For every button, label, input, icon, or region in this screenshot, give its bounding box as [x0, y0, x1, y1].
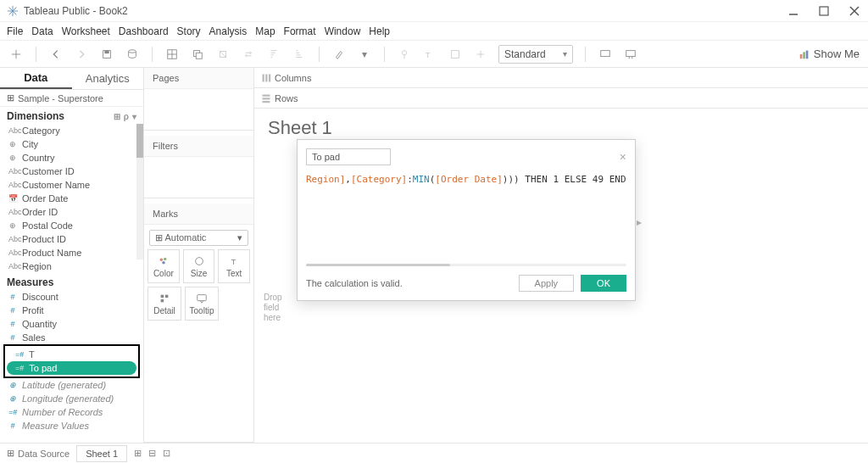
list-item[interactable]: ⊕Country: [0, 151, 143, 165]
separator: [585, 47, 586, 62]
list-item[interactable]: AbcCustomer Name: [0, 178, 143, 192]
menu-worksheet[interactable]: Worksheet: [62, 25, 110, 37]
mark-color[interactable]: Color: [147, 249, 180, 283]
mid-pane: Pages Filters Marks ⊞ Automatic▾ Color S…: [144, 68, 254, 443]
list-item[interactable]: #Measure Values: [0, 419, 143, 432]
presentation-mode-button[interactable]: [623, 47, 638, 62]
calc-formula-editor[interactable]: Region],[Category]:MIN([Order Date]))) T…: [298, 170, 635, 264]
pages-shelf[interactable]: Pages: [144, 68, 253, 131]
menu-help[interactable]: Help: [369, 25, 390, 37]
mark-text[interactable]: TText: [218, 249, 250, 283]
expand-arrow-icon[interactable]: ▸: [637, 216, 642, 228]
group-button[interactable]: ▾: [357, 47, 372, 62]
close-icon[interactable]: ×: [620, 150, 626, 164]
fit-dropdown[interactable]: Standard: [498, 45, 573, 64]
list-item[interactable]: AbcCategory: [0, 124, 143, 137]
list-item[interactable]: ⊕Latitude (generated): [0, 378, 143, 392]
svg-rect-40: [263, 74, 264, 81]
list-item[interactable]: AbcProduct ID: [0, 232, 143, 246]
tab-analytics[interactable]: Analytics: [72, 68, 144, 89]
svg-line-19: [220, 51, 226, 57]
pin-icon[interactable]: [397, 47, 412, 62]
list-item[interactable]: ⊕City: [0, 137, 143, 151]
new-datasource-button[interactable]: [125, 47, 140, 62]
list-item[interactable]: 📅Order Date: [0, 192, 143, 205]
svg-text:T: T: [426, 49, 431, 59]
list-item[interactable]: AbcRegion: [0, 259, 143, 273]
clear-button[interactable]: [215, 47, 231, 62]
ok-button[interactable]: OK: [581, 275, 626, 292]
swap-button[interactable]: [241, 47, 256, 62]
view-icon[interactable]: ⊞: [114, 112, 120, 121]
maximize-button[interactable]: [817, 4, 831, 18]
duplicate-button[interactable]: [190, 47, 205, 62]
calc-name-input[interactable]: [306, 148, 391, 165]
new-dashboard-icon[interactable]: ⊟: [148, 448, 156, 459]
search-icon[interactable]: ρ: [124, 112, 129, 121]
sort-desc-button[interactable]: [292, 47, 307, 62]
list-item[interactable]: ⊕Postal Code: [0, 219, 143, 232]
forward-button[interactable]: [74, 47, 89, 62]
new-story-icon[interactable]: ⊡: [163, 448, 170, 459]
back-button[interactable]: [48, 47, 64, 62]
columns-shelf[interactable]: Columns: [254, 68, 868, 88]
data-source-tab[interactable]: ⊞Data Source: [7, 448, 70, 459]
fit-dropdown-icon[interactable]: [473, 47, 488, 62]
list-item[interactable]: #Profit: [0, 304, 143, 317]
mark-detail[interactable]: Detail: [147, 287, 181, 321]
calculation-dialog[interactable]: × Region],[Category]:MIN([Order Date])))…: [297, 139, 636, 301]
svg-point-31: [159, 258, 163, 261]
workspace: Data Analytics ⊞ Sample - Superstore Dim…: [0, 68, 868, 443]
menu-analysis[interactable]: Analysis: [209, 25, 248, 37]
marks-card: Marks ⊞ Automatic▾ Color Size TText Deta…: [144, 204, 253, 443]
mark-tooltip[interactable]: Tooltip: [185, 287, 219, 321]
list-item[interactable]: =#Number of Records: [0, 405, 143, 419]
svg-rect-17: [196, 53, 202, 59]
tab-data[interactable]: Data: [0, 68, 72, 89]
menu-icon[interactable]: ▾: [132, 112, 136, 121]
sheet-tab[interactable]: Sheet 1: [76, 445, 127, 462]
selected-pill[interactable]: =#To pad: [7, 361, 136, 375]
new-worksheet-button[interactable]: [164, 47, 180, 62]
mark-size[interactable]: Size: [183, 249, 215, 283]
filters-shelf[interactable]: Filters: [144, 136, 253, 198]
mark-type-dropdown[interactable]: ⊞ Automatic▾: [149, 230, 248, 246]
menu-data[interactable]: Data: [31, 25, 53, 37]
new-worksheet-icon[interactable]: ⊞: [134, 448, 142, 459]
apply-button[interactable]: Apply: [519, 275, 575, 292]
close-button[interactable]: [848, 4, 861, 18]
measures-header: Measures: [0, 273, 143, 290]
measures-list: #Discount #Profit #Quantity #Sales =#T =…: [0, 290, 143, 432]
menu-format[interactable]: Format: [284, 25, 316, 37]
sort-asc-button[interactable]: [266, 47, 281, 62]
menu-window[interactable]: Window: [325, 25, 361, 37]
tableau-logo-icon[interactable]: [8, 47, 24, 62]
scrollbar[interactable]: [136, 124, 143, 259]
rows-shelf[interactable]: Rows: [254, 88, 868, 109]
presentation-button[interactable]: [598, 47, 613, 62]
list-item[interactable]: AbcProduct Name: [0, 246, 143, 259]
menu-story[interactable]: Story: [177, 25, 201, 37]
list-item[interactable]: =#T: [7, 348, 136, 361]
list-item[interactable]: #Sales: [0, 331, 143, 344]
list-item[interactable]: AbcCustomer ID: [0, 165, 143, 178]
show-me-label: Show Me: [814, 47, 860, 60]
toolbar: ▾ T Standard Show Me: [0, 41, 868, 68]
menu-file[interactable]: File: [7, 25, 23, 37]
datasource-row[interactable]: ⊞ Sample - Superstore: [0, 90, 143, 107]
show-me-button[interactable]: Show Me: [798, 47, 860, 60]
format-button[interactable]: [448, 47, 463, 62]
menu-dashboard[interactable]: Dashboard: [119, 25, 169, 37]
list-item[interactable]: AbcOrder ID: [0, 205, 143, 219]
highlight-button[interactable]: [331, 47, 347, 62]
bottom-bar: ⊞Data Source Sheet 1 ⊞ ⊟ ⊡: [0, 443, 868, 463]
svg-point-32: [164, 257, 167, 260]
menu-map[interactable]: Map: [255, 25, 275, 37]
list-item[interactable]: ⊕Longitude (generated): [0, 392, 143, 405]
list-item[interactable]: #Quantity: [0, 317, 143, 331]
label-button[interactable]: T: [422, 47, 437, 62]
minimize-button[interactable]: [787, 4, 800, 18]
save-button[interactable]: [99, 47, 114, 62]
list-item[interactable]: #Discount: [0, 290, 143, 304]
drop-hint: Drop field here: [264, 293, 294, 323]
